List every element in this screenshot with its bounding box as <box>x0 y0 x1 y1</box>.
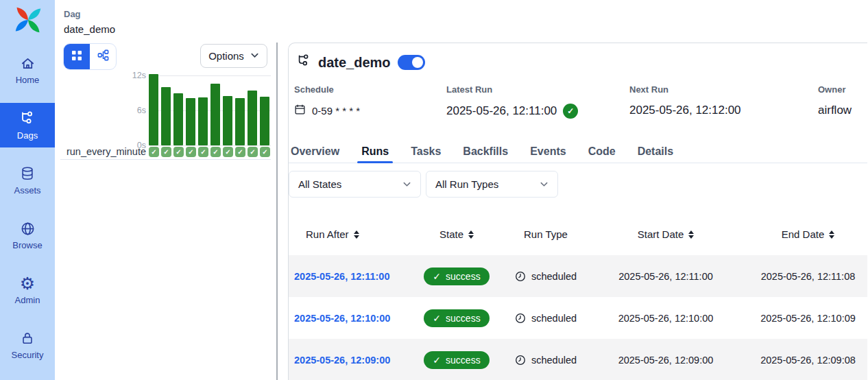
state-badge[interactable]: ✓success <box>424 268 489 285</box>
run-type-label: scheduled <box>531 313 577 324</box>
column-header-run-after[interactable]: Run After <box>289 228 419 240</box>
lock-icon <box>19 330 36 346</box>
task-instance-success-icon[interactable]: ✓ <box>186 147 196 157</box>
state-badge-label: success <box>446 355 481 366</box>
success-circle-icon: ✓ <box>563 104 578 119</box>
info-value: airflow <box>818 104 852 117</box>
column-header-state[interactable]: State <box>419 228 494 240</box>
task-instance-success-icon[interactable]: ✓ <box>210 147 221 157</box>
start-date-value: 2025-05-26, 12:10:00 <box>618 313 714 324</box>
task-instance-success-icon[interactable]: ✓ <box>149 147 159 157</box>
column-header-start-date[interactable]: Start Date <box>597 228 734 240</box>
run-row: 2025-05-26, 12:09:00✓successscheduled202… <box>289 339 867 380</box>
breadcrumb-section: Dag <box>64 9 115 19</box>
run-type-label: scheduled <box>531 271 577 282</box>
chevron-down-icon <box>402 180 411 189</box>
dag-icon <box>296 54 311 71</box>
start-date-cell: 2025-05-26, 12:09:00 <box>597 355 734 366</box>
run-after-link[interactable]: 2025-05-26, 12:10:00 <box>294 313 390 324</box>
sort-icon <box>688 230 694 239</box>
tab-events[interactable]: Events <box>519 140 577 163</box>
duration-bar[interactable] <box>173 93 183 145</box>
tab-code[interactable]: Code <box>577 140 627 163</box>
sort-icon <box>829 230 834 239</box>
end-date-value: 2025-05-26, 12:11:08 <box>761 271 856 282</box>
runs-table: Run AfterStateRun TypeStart DateEnd Date… <box>289 213 867 380</box>
tab-overview[interactable]: Overview <box>289 140 350 163</box>
dag-title: date_demo <box>318 55 391 71</box>
gridline-12s <box>149 75 271 76</box>
start-date-cell: 2025-05-26, 12:10:00 <box>597 313 734 324</box>
end-date-value: 2025-05-26, 12:09:08 <box>760 355 856 366</box>
task-instance-success-icon[interactable]: ✓ <box>223 147 233 157</box>
task-instance-success-icon[interactable]: ✓ <box>260 147 270 157</box>
sort-icon <box>468 230 474 239</box>
state-badge-label: success <box>446 313 481 324</box>
tab-runs[interactable]: Runs <box>350 140 400 163</box>
state-cell: ✓success <box>419 268 494 285</box>
task-instance-success-icon[interactable]: ✓ <box>198 147 208 157</box>
info-schedule: Schedule0-59 * * * * <box>294 84 360 117</box>
run-after-cell: 2025-05-26, 12:10:00 <box>289 313 419 324</box>
task-instance-success-icon[interactable]: ✓ <box>173 147 184 157</box>
column-header-label: Run After <box>306 228 349 240</box>
info-value: 0-59 * * * * <box>312 105 360 117</box>
sidebar-nav: HomeDagsAssetsBrowse⚙AdminSecurity <box>0 48 55 378</box>
state-cell: ✓success <box>419 351 494 369</box>
sidebar: HomeDagsAssetsBrowse⚙AdminSecurity <box>0 0 55 380</box>
duration-bar[interactable] <box>223 96 232 145</box>
home-icon <box>19 55 36 71</box>
breadcrumb-dag-id: date_demo <box>64 23 115 35</box>
gridline-0s <box>149 145 271 146</box>
state-badge[interactable]: ✓success <box>424 351 489 369</box>
sidebar-item-home[interactable]: Home <box>0 48 55 92</box>
info-next-run: Next Run2025-05-26, 12:12:00 <box>629 84 741 117</box>
run-duration-chart: 12s 6s 0s run_every_minute ✓✓✓✓✓✓✓✓✓✓ <box>58 41 274 165</box>
dag-detail-panel: date_demo Schedule0-59 * * * *Latest Run… <box>288 43 867 380</box>
task-instance-success-icon[interactable]: ✓ <box>248 147 258 157</box>
duration-bar[interactable] <box>186 98 195 145</box>
column-header-end-date[interactable]: End Date <box>734 228 867 240</box>
duration-bar[interactable] <box>149 74 158 145</box>
run-after-cell: 2025-05-26, 12:09:00 <box>289 355 419 366</box>
task-instance-success-icon[interactable]: ✓ <box>161 147 171 157</box>
tab-backfills[interactable]: Backfills <box>452 140 519 163</box>
check-icon: ✓ <box>433 271 441 282</box>
dag-enabled-toggle[interactable] <box>398 55 425 70</box>
duration-bar[interactable] <box>248 91 257 145</box>
column-header-label: State <box>439 228 463 240</box>
state-badge[interactable]: ✓success <box>424 309 489 327</box>
run-type-filter-select[interactable]: All Run Types <box>426 171 558 198</box>
check-icon: ✓ <box>433 355 441 366</box>
run-filters: All States All Run Types <box>289 171 558 198</box>
duration-bar[interactable] <box>198 97 208 145</box>
clock-icon <box>515 355 526 366</box>
duration-bar[interactable] <box>235 98 245 145</box>
globe-icon <box>19 220 36 237</box>
end-date-cell: 2025-05-26, 12:10:09 <box>734 313 867 324</box>
dag-icon <box>19 110 36 127</box>
calendar-icon <box>294 104 306 117</box>
end-date-cell: 2025-05-26, 12:11:08 <box>734 271 867 282</box>
duration-bar[interactable] <box>260 97 269 145</box>
runs-table-header: Run AfterStateRun TypeStart DateEnd Date <box>289 213 867 255</box>
duration-bar[interactable] <box>210 84 220 145</box>
sidebar-item-browse[interactable]: Browse <box>0 213 55 257</box>
sidebar-item-admin[interactable]: ⚙Admin <box>0 268 55 312</box>
sidebar-item-dags[interactable]: Dags <box>0 103 55 147</box>
duration-bar[interactable] <box>161 87 171 145</box>
sidebar-item-security[interactable]: Security <box>0 323 55 367</box>
tab-tasks[interactable]: Tasks <box>400 140 452 163</box>
task-instance-success-icon[interactable]: ✓ <box>235 147 245 157</box>
run-after-link[interactable]: 2025-05-26, 12:09:00 <box>294 355 390 366</box>
sidebar-item-assets[interactable]: Assets <box>0 158 55 202</box>
info-label: Schedule <box>294 84 360 95</box>
run-after-link[interactable]: 2025-05-26, 12:11:00 <box>294 271 389 282</box>
panel-resize-handle[interactable] <box>276 43 278 380</box>
airflow-logo[interactable] <box>13 5 43 35</box>
state-filter-select[interactable]: All States <box>289 171 421 198</box>
column-header-label: End Date <box>782 228 825 240</box>
sidebar-item-label: Browse <box>12 240 42 250</box>
run-row: 2025-05-26, 12:11:00✓successscheduled202… <box>289 255 867 297</box>
tab-details[interactable]: Details <box>627 140 684 163</box>
